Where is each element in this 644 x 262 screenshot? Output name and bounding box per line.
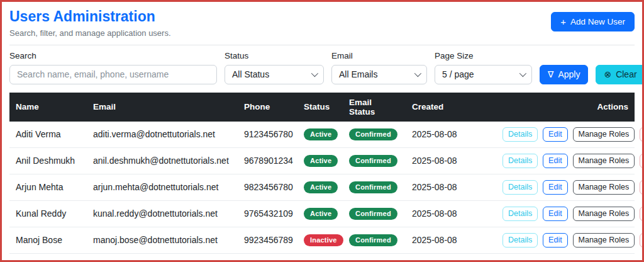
status-badge: Active	[304, 128, 338, 140]
header-divider	[9, 45, 635, 45]
status-select-value: All Status	[232, 69, 269, 79]
page-size-group: Page Size 5 / page	[435, 51, 532, 84]
manage-roles-button[interactable]: Manage Roles	[573, 154, 635, 168]
created-date: 2025-08-08	[406, 122, 494, 148]
manage-roles-button[interactable]: Manage Roles	[573, 127, 635, 142]
users-administration-page: Users Administration Search, filter, and…	[0, 0, 644, 262]
user-name: Aditi Verma	[9, 122, 87, 148]
page-subtitle: Search, filter, and manage application u…	[9, 28, 171, 38]
user-email: aditi.verma@dotnettutorials.net	[87, 122, 238, 148]
col-status: Status	[297, 93, 343, 122]
edit-button[interactable]: Edit	[543, 127, 568, 142]
table-row: Arjun Mehta arjun.mehta@dotnettutorials.…	[9, 174, 635, 200]
delete-button[interactable]: Delete	[640, 127, 644, 142]
status-group: Status All Status	[225, 51, 324, 84]
email-select-value: All Emails	[339, 69, 377, 79]
manage-roles-button[interactable]: Manage Roles	[573, 180, 635, 195]
delete-button[interactable]: Delete	[640, 207, 644, 221]
col-email-status: Email Status	[343, 93, 406, 122]
status-label: Status	[225, 51, 324, 60]
page-size-select-value: 5 / page	[442, 69, 474, 79]
clear-icon: ⊗	[604, 70, 611, 79]
user-email: anil.deshmukh@dotnettutorials.net	[87, 147, 238, 174]
status-badge: Active	[304, 208, 338, 220]
email-status-badge: Confirmed	[349, 208, 397, 220]
filter-icon: ∇	[548, 70, 553, 79]
edit-button[interactable]: Edit	[543, 154, 568, 168]
delete-button[interactable]: Delete	[640, 180, 644, 195]
user-name: Anil Deshmukh	[9, 147, 87, 174]
col-actions: Actions	[494, 93, 635, 122]
apply-button[interactable]: ∇ Apply	[540, 65, 588, 84]
user-phone: 9923456789	[238, 227, 297, 253]
created-date: 2025-08-08	[406, 200, 494, 227]
page-title: Users Administration	[9, 8, 171, 26]
email-group: Email All Emails	[331, 51, 427, 84]
email-status-badge: Confirmed	[349, 234, 397, 246]
chevron-down-icon	[414, 70, 421, 77]
user-email: arjun.mehta@dotnettutorials.net	[87, 174, 238, 200]
col-name: Name	[9, 93, 87, 122]
add-new-user-label: Add New User	[570, 17, 625, 26]
clear-label: Clear	[616, 69, 636, 79]
created-date: 2025-08-08	[406, 147, 494, 174]
email-status-badge: Confirmed	[349, 155, 397, 167]
status-select[interactable]: All Status	[225, 65, 324, 84]
user-name: Kunal Reddy	[9, 200, 87, 227]
details-button[interactable]: Details	[502, 233, 538, 248]
email-status-badge: Confirmed	[349, 128, 397, 140]
search-label: Search	[9, 51, 217, 60]
filter-bar: Search Status All Status Email All Email…	[9, 51, 635, 84]
email-label: Email	[331, 51, 427, 60]
manage-roles-button[interactable]: Manage Roles	[573, 207, 635, 221]
table-body: Aditi Verma aditi.verma@dotnettutorials.…	[9, 122, 635, 254]
edit-button[interactable]: Edit	[543, 207, 568, 221]
user-name: Arjun Mehta	[9, 174, 87, 200]
status-badge: Active	[304, 181, 338, 193]
users-table: Name Email Phone Status Email Status Cre…	[9, 93, 635, 254]
created-date: 2025-08-08	[406, 227, 494, 253]
add-new-user-button[interactable]: + Add New User	[551, 12, 635, 31]
user-phone: 9678901234	[238, 147, 297, 174]
search-input[interactable]	[9, 65, 217, 84]
table-row: Aditi Verma aditi.verma@dotnettutorials.…	[9, 122, 635, 148]
page-size-select[interactable]: 5 / page	[435, 65, 532, 84]
delete-button[interactable]: Delete	[640, 233, 644, 248]
table-row: Kunal Reddy kunal.reddy@dotnettutorials.…	[9, 200, 635, 227]
search-group: Search	[9, 51, 217, 84]
apply-label: Apply	[558, 69, 580, 79]
user-name: Manoj Bose	[9, 227, 87, 253]
col-email: Email	[87, 93, 238, 122]
created-date: 2025-08-08	[406, 174, 494, 200]
details-button[interactable]: Details	[502, 127, 538, 142]
manage-roles-button[interactable]: Manage Roles	[573, 233, 635, 248]
user-phone: 9123456780	[238, 122, 297, 148]
clear-button[interactable]: ⊗ Clear	[596, 65, 644, 84]
delete-button[interactable]: Delete	[640, 154, 644, 168]
status-badge: Active	[304, 155, 338, 167]
details-button[interactable]: Details	[502, 154, 538, 168]
col-created: Created	[406, 93, 494, 122]
table-row: Anil Deshmukh anil.deshmukh@dotnettutori…	[9, 147, 635, 174]
edit-button[interactable]: Edit	[543, 233, 568, 248]
chevron-down-icon	[519, 70, 526, 77]
details-button[interactable]: Details	[502, 180, 538, 195]
page-size-label: Page Size	[435, 51, 532, 60]
details-button[interactable]: Details	[502, 207, 538, 221]
user-email: kunal.reddy@dotnettutorials.net	[87, 200, 238, 227]
user-phone: 9823456780	[238, 174, 297, 200]
col-phone: Phone	[238, 93, 297, 122]
user-email: manoj.bose@dotnettutorials.net	[87, 227, 238, 253]
user-phone: 9765432109	[238, 200, 297, 227]
page-header: Users Administration Search, filter, and…	[9, 8, 635, 38]
status-badge: Inactive	[304, 234, 343, 246]
edit-button[interactable]: Edit	[543, 180, 568, 195]
email-select[interactable]: All Emails	[331, 65, 427, 84]
chevron-down-icon	[311, 70, 318, 77]
table-header: Name Email Phone Status Email Status Cre…	[9, 93, 635, 122]
email-status-badge: Confirmed	[349, 181, 397, 193]
title-block: Users Administration Search, filter, and…	[9, 8, 171, 38]
plus-icon: +	[560, 17, 566, 26]
table-row: Manoj Bose manoj.bose@dotnettutorials.ne…	[9, 227, 635, 253]
